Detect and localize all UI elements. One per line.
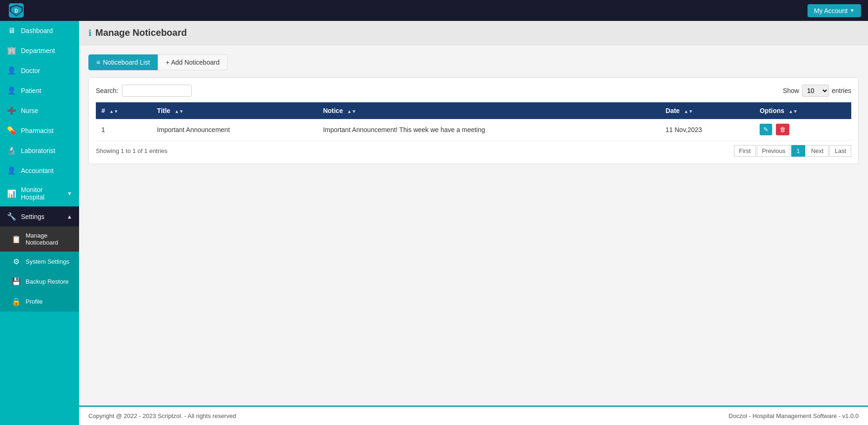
footer-copyright: Copyright @ 2022 - 2023 Scriptzol. - All… bbox=[88, 412, 236, 419]
sidebar-item-doctor[interactable]: 👤 Doctor bbox=[0, 60, 79, 80]
search-label: Search: bbox=[96, 87, 118, 94]
laboratorist-icon: 🔬 bbox=[7, 146, 16, 155]
sidebar-item-department[interactable]: 🏢 Department bbox=[0, 40, 79, 60]
sidebar-item-system-settings[interactable]: ⚙ System Settings bbox=[0, 252, 79, 272]
tab-noticeboard-list[interactable]: ≡ Noticeboard List bbox=[88, 54, 158, 70]
brand-logo: D bbox=[7, 2, 26, 19]
sidebar-item-nurse[interactable]: ➕ Nurse bbox=[0, 100, 79, 120]
sidebar-item-dashboard[interactable]: 🖥 Dashboard bbox=[0, 21, 79, 40]
layout: 🖥 Dashboard 🏢 Department 👤 Doctor 👤 Pati… bbox=[0, 21, 868, 405]
sidebar-item-label: Manage Noticeboard bbox=[26, 232, 72, 246]
sidebar-item-accountant[interactable]: 👤 Accountant bbox=[0, 160, 79, 180]
sidebar-item-label: Dashboard bbox=[21, 27, 53, 34]
sidebar-item-patient[interactable]: 👤 Patient bbox=[0, 80, 79, 100]
sort-icon: ▲▼ bbox=[684, 109, 693, 114]
nurse-icon: ➕ bbox=[7, 106, 16, 115]
sidebar-item-label: Patient bbox=[21, 87, 41, 94]
noticeboard-icon: 📋 bbox=[12, 235, 21, 244]
page-header: ℹ Manage Noticeboard bbox=[79, 21, 868, 45]
dashboard-icon: 🖥 bbox=[7, 27, 16, 35]
entries-select[interactable]: 10 25 50 100 bbox=[802, 85, 829, 97]
col-date-label: Date bbox=[666, 107, 680, 114]
sidebar-item-label: Backup Restore bbox=[26, 278, 69, 285]
table-card: Search: Show 10 25 50 100 entries bbox=[88, 77, 859, 164]
sidebar-item-label: System Settings bbox=[26, 258, 69, 265]
pagination-area: Showing 1 to 1 of 1 entries First Previo… bbox=[96, 145, 851, 157]
entries-label: entries bbox=[832, 87, 851, 94]
cell-num: 1 bbox=[96, 119, 152, 140]
sort-icon: ▲▼ bbox=[788, 109, 798, 114]
sidebar-item-monitor-hospital[interactable]: 📊 Monitor Hospital ▼ bbox=[0, 180, 79, 206]
main-content: ℹ Manage Noticeboard ≡ Noticeboard List … bbox=[79, 21, 868, 405]
sidebar-item-label: Settings bbox=[21, 213, 45, 220]
list-icon: ≡ bbox=[96, 59, 100, 66]
sidebar-item-label: Accountant bbox=[21, 167, 53, 174]
col-title-label: Title bbox=[157, 107, 171, 114]
col-date[interactable]: Date ▲▼ bbox=[660, 102, 754, 119]
pharmacist-icon: 💊 bbox=[7, 126, 16, 135]
sidebar-item-laboratorist[interactable]: 🔬 Laboratorist bbox=[0, 140, 79, 160]
sidebar: 🖥 Dashboard 🏢 Department 👤 Doctor 👤 Pati… bbox=[0, 21, 79, 425]
monitor-hospital-icon: 📊 bbox=[7, 189, 16, 198]
table-header-row: # ▲▼ Title ▲▼ Notice ▲▼ bbox=[96, 102, 851, 119]
doctor-icon: 👤 bbox=[7, 66, 16, 75]
col-num[interactable]: # ▲▼ bbox=[96, 102, 152, 119]
sidebar-item-label: Laboratorist bbox=[21, 147, 55, 154]
settings-icon: 🔧 bbox=[7, 212, 16, 221]
page-1-button[interactable]: 1 bbox=[791, 145, 805, 157]
tab-add-noticeboard[interactable]: + Add Noticeboard bbox=[158, 54, 227, 70]
pagination-info: Showing 1 to 1 of 1 entries bbox=[96, 147, 167, 154]
col-num-label: # bbox=[101, 107, 105, 114]
info-icon: ℹ bbox=[88, 28, 92, 38]
sidebar-item-label: Monitor Hospital bbox=[21, 186, 62, 201]
prev-page-button[interactable]: Previous bbox=[757, 145, 791, 157]
footer-version: Doczol - Hospital Management Software - … bbox=[728, 412, 859, 419]
chevron-down-icon: ▼ bbox=[67, 191, 72, 196]
chevron-up-icon: ▲ bbox=[67, 214, 72, 219]
last-page-button[interactable]: Last bbox=[829, 145, 851, 157]
footer: Copyright @ 2022 - 2023 Scriptzol. - All… bbox=[79, 405, 868, 425]
department-icon: 🏢 bbox=[7, 46, 16, 55]
profile-icon: 🔒 bbox=[12, 297, 21, 306]
cell-title: Important Announcement bbox=[152, 119, 318, 140]
patient-icon: 👤 bbox=[7, 86, 16, 95]
show-group: Show 10 25 50 100 entries bbox=[783, 85, 851, 97]
col-notice[interactable]: Notice ▲▼ bbox=[317, 102, 660, 119]
sidebar-item-pharmacist[interactable]: 💊 Pharmacist bbox=[0, 120, 79, 140]
show-label: Show bbox=[783, 87, 799, 94]
sidebar-item-label: Pharmacist bbox=[21, 127, 53, 134]
tab-label: + Add Noticeboard bbox=[166, 59, 220, 66]
settings-submenu: 📋 Manage Noticeboard ⚙ System Settings 💾… bbox=[0, 226, 79, 312]
edit-button[interactable]: ✎ bbox=[760, 124, 772, 135]
table-controls: Search: Show 10 25 50 100 entries bbox=[96, 85, 851, 97]
sidebar-item-backup-restore[interactable]: 💾 Backup Restore bbox=[0, 272, 79, 292]
col-notice-label: Notice bbox=[323, 107, 343, 114]
search-input[interactable] bbox=[122, 85, 192, 97]
sidebar-item-label: Profile bbox=[26, 298, 43, 305]
cell-date: 11 Nov,2023 bbox=[660, 119, 754, 140]
first-page-button[interactable]: First bbox=[734, 145, 756, 157]
backup-restore-icon: 💾 bbox=[12, 277, 21, 286]
col-options[interactable]: Options ▲▼ bbox=[754, 102, 851, 119]
sidebar-item-manage-noticeboard[interactable]: 📋 Manage Noticeboard bbox=[0, 226, 79, 252]
sort-icon: ▲▼ bbox=[109, 109, 119, 114]
cell-options: ✎ 🗑 bbox=[754, 119, 851, 140]
sidebar-item-profile[interactable]: 🔒 Profile bbox=[0, 292, 79, 312]
content-area: ≡ Noticeboard List + Add Noticeboard Sea… bbox=[79, 45, 868, 405]
pagination-buttons: First Previous 1 Next Last bbox=[734, 145, 851, 157]
sidebar-item-label: Nurse bbox=[21, 107, 38, 114]
sort-icon: ▲▼ bbox=[347, 109, 356, 114]
accountant-icon: 👤 bbox=[7, 166, 16, 175]
sidebar-item-settings[interactable]: 🔧 Settings ▲ bbox=[0, 206, 79, 226]
my-account-button[interactable]: My Account bbox=[808, 4, 861, 17]
svg-text:D: D bbox=[14, 8, 18, 13]
cell-notice: Important Announcement! This week we hav… bbox=[317, 119, 660, 140]
next-page-button[interactable]: Next bbox=[806, 145, 829, 157]
delete-button[interactable]: 🗑 bbox=[776, 124, 789, 135]
tabs: ≡ Noticeboard List + Add Noticeboard bbox=[88, 54, 859, 70]
tab-label: Noticeboard List bbox=[103, 59, 150, 66]
sidebar-item-label: Doctor bbox=[21, 67, 40, 74]
col-title[interactable]: Title ▲▼ bbox=[152, 102, 318, 119]
sort-icon: ▲▼ bbox=[174, 109, 184, 114]
navbar: D My Account bbox=[0, 0, 868, 21]
